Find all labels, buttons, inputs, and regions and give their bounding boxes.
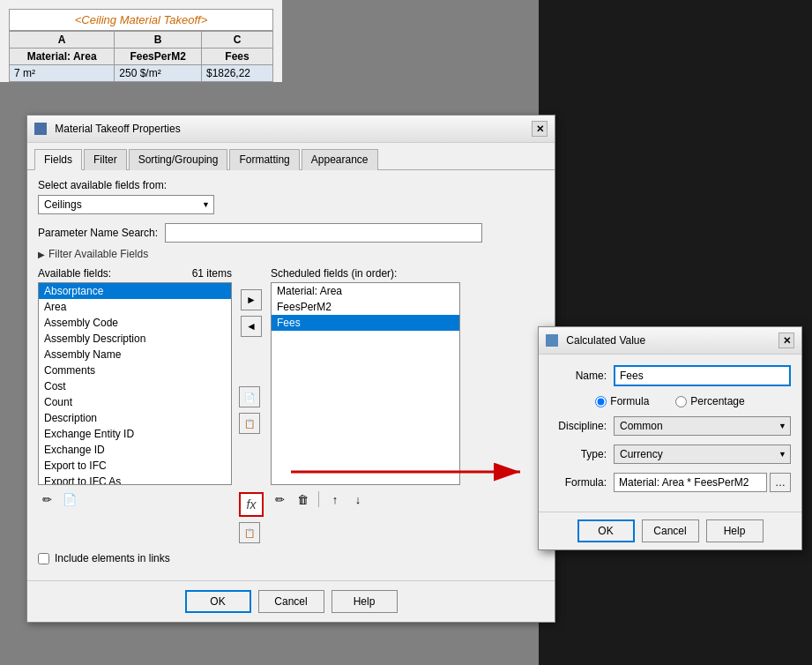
list-item[interactable]: Assembly Description xyxy=(39,331,231,347)
scheduled-item-fees[interactable]: Fees xyxy=(272,315,459,331)
list-item[interactable]: Assembly Name xyxy=(39,347,231,362)
formula-browse-button[interactable]: … xyxy=(770,473,791,492)
list-item[interactable]: Count xyxy=(39,394,231,410)
fx-button[interactable]: fx xyxy=(239,492,264,517)
duplicate-field-icon[interactable]: 📋 xyxy=(239,413,260,434)
type-label: Type: xyxy=(549,448,607,460)
available-fields-dropdown[interactable]: Ceilings xyxy=(38,195,214,214)
spreadsheet-background: <Ceiling Material Takeoff> A B C Materia… xyxy=(0,0,282,82)
include-elements-label: Include elements in links xyxy=(55,552,170,564)
tab-filter[interactable]: Filter xyxy=(84,149,127,170)
cell-area: 7 m² xyxy=(10,65,115,82)
cell-fees: $1826,22 xyxy=(201,65,272,82)
select-fields-label: Select available fields from: xyxy=(38,179,544,191)
template-icon[interactable]: 📋 xyxy=(239,522,260,543)
scheduled-item-material-area[interactable]: Material: Area xyxy=(272,283,459,299)
scheduled-fields-panel: Scheduled fields (in order): Material: A… xyxy=(271,267,460,508)
type-row: Type: Currency xyxy=(549,445,791,464)
tab-appearance[interactable]: Appearance xyxy=(302,149,378,170)
formula-radio[interactable] xyxy=(595,396,607,407)
add-field-icon2[interactable]: 📄 xyxy=(239,386,260,407)
list-item[interactable]: Comments xyxy=(39,362,231,378)
list-item[interactable]: Cost xyxy=(39,378,231,394)
list-item[interactable]: Exchange Entity ID xyxy=(39,426,231,442)
edit-available-icon[interactable]: ✏ xyxy=(38,490,56,508)
material-dialog-footer: OK Cancel Help xyxy=(27,580,555,622)
formula-row: Formula: … xyxy=(549,473,791,492)
scheduled-item-feesperM2[interactable]: FeesPerM2 xyxy=(272,299,459,315)
include-elements-row: Include elements in links xyxy=(38,552,544,564)
list-item[interactable]: Area xyxy=(39,299,231,315)
calc-dialog-icon xyxy=(546,334,558,347)
dialog-content: Select available fields from: Ceilings P… xyxy=(27,170,555,573)
percentage-radio[interactable] xyxy=(675,396,687,407)
available-fields-list[interactable]: Absorptance Area Assembly Code Assembly … xyxy=(38,282,232,485)
search-input[interactable] xyxy=(165,223,482,243)
calc-ok-button[interactable]: OK xyxy=(577,519,635,542)
tabs-bar: Fields Filter Sorting/Grouping Formattin… xyxy=(27,143,555,170)
col-c-header: C xyxy=(201,32,272,49)
discipline-dropdown-wrapper: Common xyxy=(614,416,791,436)
remove-field-button[interactable]: ◄ xyxy=(241,316,262,337)
list-item[interactable]: Description xyxy=(39,410,231,426)
col-b-label: FeesPerM2 xyxy=(115,49,202,65)
calc-dialog-close[interactable]: ✕ xyxy=(778,332,794,348)
available-fields-actions: ✏ 📄 xyxy=(38,490,232,508)
spreadsheet-title: <Ceiling Material Takeoff> xyxy=(9,9,273,31)
name-row: Name: xyxy=(549,365,791,386)
material-cancel-button[interactable]: Cancel xyxy=(258,590,324,613)
percentage-option[interactable]: Percentage xyxy=(675,395,744,407)
calc-dialog-title: Calculated Value xyxy=(546,334,645,347)
tab-sorting-grouping[interactable]: Sorting/Grouping xyxy=(129,149,228,170)
formula-input[interactable] xyxy=(614,473,767,492)
formula-option[interactable]: Formula xyxy=(595,395,649,407)
type-dropdown[interactable]: Currency xyxy=(614,445,791,464)
tab-formatting[interactable]: Formatting xyxy=(229,149,299,170)
material-dialog-title: Material Takeoff Properties xyxy=(34,123,181,136)
calc-cancel-button[interactable]: Cancel xyxy=(642,519,699,542)
spreadsheet-table: A B C Material: Area FeesPerM2 Fees 7 m²… xyxy=(9,31,273,82)
available-fields-dropdown-wrapper: Ceilings xyxy=(38,195,214,214)
include-elements-checkbox[interactable] xyxy=(38,553,49,564)
edit-scheduled-icon[interactable]: ✏ xyxy=(271,490,288,508)
material-help-button[interactable]: Help xyxy=(332,590,398,613)
actions-divider xyxy=(318,491,319,507)
list-item[interactable]: Assembly Code xyxy=(39,315,231,331)
discipline-label: Discipline: xyxy=(549,420,607,432)
scheduled-fields-actions: ✏ 🗑 ↑ ↓ xyxy=(271,490,460,508)
discipline-row: Discipline: Common xyxy=(549,416,791,436)
name-label: Name: xyxy=(549,370,607,382)
type-dropdown-wrapper: Currency xyxy=(614,445,791,464)
name-input[interactable] xyxy=(614,365,791,386)
lists-section: Available fields: 61 items Absorptance A… xyxy=(38,267,544,543)
col-a-label: Material: Area xyxy=(10,49,115,65)
col-c-label: Fees xyxy=(201,49,272,65)
new-available-icon[interactable]: 📄 xyxy=(61,490,78,508)
add-field-button[interactable]: ► xyxy=(241,289,262,310)
available-fields-panel: Available fields: 61 items Absorptance A… xyxy=(38,267,232,508)
scheduled-fields-list[interactable]: Material: Area FeesPerM2 Fees xyxy=(271,282,460,485)
calc-dialog-footer: OK Cancel Help xyxy=(539,512,801,549)
list-item[interactable]: Exchange ID xyxy=(39,442,231,458)
material-dialog-close[interactable]: ✕ xyxy=(532,121,548,137)
move-down-icon[interactable]: ↓ xyxy=(349,490,367,508)
delete-scheduled-icon[interactable]: 🗑 xyxy=(294,490,311,508)
discipline-dropdown[interactable]: Common xyxy=(614,416,791,436)
list-item[interactable]: Export to IFC xyxy=(39,458,231,474)
list-item[interactable]: Absorptance xyxy=(39,283,231,299)
filter-link[interactable]: ▶ Filter Available Fields xyxy=(38,248,544,260)
scheduled-fields-header: Scheduled fields (in order): xyxy=(271,267,460,280)
move-up-icon[interactable]: ↑ xyxy=(326,490,344,508)
cell-fees-per-m2: 250 $/m² xyxy=(115,65,202,82)
material-dialog: Material Takeoff Properties ✕ Fields Fil… xyxy=(26,115,555,623)
formula-label: Formula: xyxy=(549,476,607,489)
calc-help-button[interactable]: Help xyxy=(706,519,764,542)
material-ok-button[interactable]: OK xyxy=(185,590,251,613)
list-item[interactable]: Export to IFC As xyxy=(39,474,231,485)
formula-input-wrapper: … xyxy=(614,473,791,492)
material-dialog-titlebar: Material Takeoff Properties ✕ xyxy=(27,116,555,143)
available-fields-label: Available fields: xyxy=(38,267,111,280)
col-b-header: B xyxy=(115,32,202,49)
tab-fields[interactable]: Fields xyxy=(34,149,82,170)
available-fields-header: Available fields: 61 items xyxy=(38,267,232,280)
